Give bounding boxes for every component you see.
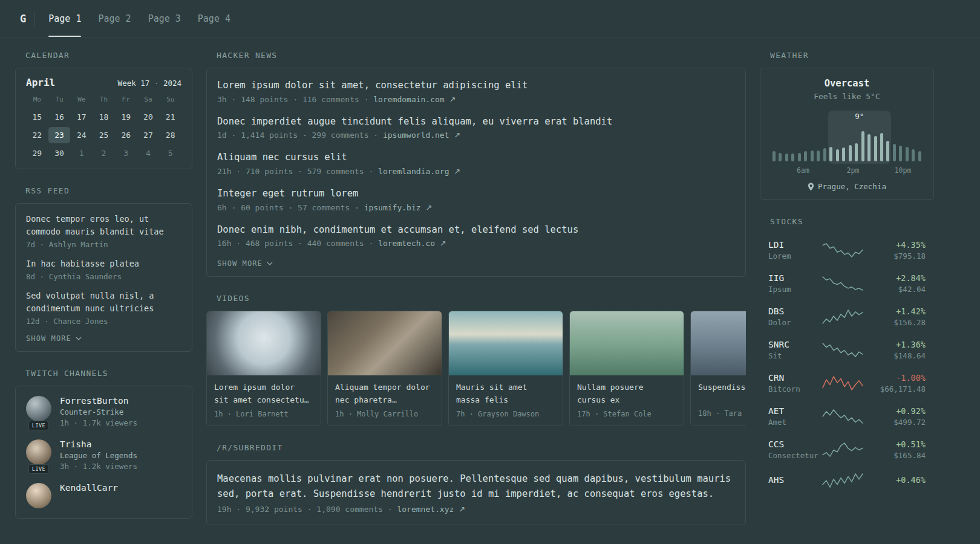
stock-change: +0.92%	[870, 406, 926, 416]
hn-item-title[interactable]: Donec imperdiet augue tincidunt felis al…	[217, 115, 735, 129]
video-card[interactable]: Nullam posuere cursus ex 17h · Stefan Co…	[569, 311, 684, 426]
hn-item-domain[interactable]: loremtech.co	[378, 239, 435, 248]
stock-row[interactable]: SNRC Sit +1.36% $148.64	[768, 334, 926, 367]
video-title[interactable]: Nullam posuere cursus ex	[577, 381, 676, 406]
logo-divider	[34, 11, 35, 27]
twitch-channel-row[interactable]: LIVE ForrestBurton Counter-Strike 1h · 1…	[26, 396, 181, 427]
show-more-label: SHOW MORE	[26, 334, 71, 343]
weather-bar	[829, 147, 832, 161]
rss-item-title[interactable]: Donec tempor eros leo, ut commodo mauris…	[26, 213, 181, 238]
hn-item-title[interactable]: Aliquam nec cursus elit	[217, 151, 735, 164]
app-logo[interactable]: G	[15, 13, 34, 25]
hn-item-meta: 16h · 468 points · 440 comments · loremt…	[217, 239, 735, 248]
twitch-avatar-wrap: LIVE	[26, 439, 51, 471]
external-link-icon: ↗	[454, 131, 460, 140]
twitch-channel-name[interactable]: ForrestBurton	[60, 396, 137, 406]
live-badge: LIVE	[28, 464, 49, 474]
separator-dot: ·	[154, 79, 159, 88]
twitch-channel-name[interactable]: KendallCarr	[60, 483, 118, 493]
hn-item-domain[interactable]: loremlandia.org	[378, 167, 449, 176]
twitch-channel-row[interactable]: KendallCarr	[26, 483, 181, 508]
stock-change: +4.35%	[870, 240, 926, 250]
video-card[interactable]: Aliquam tempor dolor nec pharetra… 1h · …	[327, 311, 442, 426]
stock-values: +4.35% $795.18	[870, 240, 926, 261]
weather-widget: WEATHER Overcast Feels like 5°C 9° 6am 2…	[760, 51, 934, 200]
stock-row[interactable]: CRN Bitcorn -1.00% $66,171.48	[768, 367, 926, 400]
weather-bar	[798, 153, 801, 161]
stock-row[interactable]: LDI Lorem +4.35% $795.18	[768, 234, 926, 267]
video-thumbnail	[570, 311, 684, 375]
weather-bar	[906, 147, 909, 161]
stock-price: $165.84	[870, 451, 926, 460]
weather-bar	[804, 151, 807, 161]
calendar-day: 22	[26, 127, 48, 143]
stock-ticker: CRN	[768, 373, 815, 383]
rss-item: In hac habitasse platea 8d · Cynthia Sau…	[26, 257, 181, 281]
weather-time-label: 10pm	[895, 166, 912, 175]
tab-page-2[interactable]: Page 2	[98, 0, 131, 37]
calendar-dow: Sa	[137, 96, 160, 107]
hn-item-domain[interactable]: ipsumify.biz	[364, 203, 421, 212]
video-card[interactable]: Lorem ipsum dolor sit amet consectetu… 1…	[206, 311, 321, 426]
rss-item-title[interactable]: In hac habitasse platea	[26, 257, 181, 270]
stock-row[interactable]: AHS +0.46%	[768, 467, 926, 495]
twitch-channel-name[interactable]: Trisha	[60, 439, 137, 449]
stock-row[interactable]: DBS Dolor +1.42% $156.28	[768, 300, 926, 334]
tab-page-3[interactable]: Page 3	[148, 0, 181, 37]
stock-row[interactable]: AET Amet +0.92% $499.72	[768, 400, 926, 433]
hn-item: Donec enim nibh, condimentum et accumsan…	[217, 224, 735, 248]
calendar-widget: CALENDAR April Week 17 · 2024 Mo Tu We T…	[15, 51, 192, 169]
subreddit-post-title[interactable]: Maecenas mollis pulvinar erat non posuer…	[217, 471, 735, 502]
twitch-channel-game: League of Legends	[60, 451, 137, 460]
stock-price: $156.28	[870, 318, 926, 327]
dashboard-main: CALENDAR April Week 17 · 2024 Mo Tu We T…	[0, 37, 980, 542]
stock-name: Amet	[768, 418, 815, 427]
widget-title-twitch: TWITCH CHANNELS	[15, 369, 192, 378]
stock-info: IIG Ipsum	[768, 273, 815, 294]
stock-sparkline	[822, 442, 864, 458]
hn-item-domain[interactable]: loremdomain.com	[373, 95, 444, 104]
video-body: Aliquam tempor dolor nec pharetra… 1h · …	[328, 375, 442, 425]
calendar-day: 27	[137, 127, 160, 143]
weather-bar	[855, 143, 858, 161]
hn-meta-text: 3h · 148 points · 116 comments ·	[217, 95, 373, 104]
stock-row[interactable]: IIG Ipsum +2.84% $42.04	[768, 267, 926, 300]
calendar-dow: Su	[159, 96, 181, 107]
hn-item-title[interactable]: Lorem ipsum dolor sit amet, consectetur …	[217, 79, 735, 92]
rss-show-more-button[interactable]: SHOW MORE	[26, 334, 82, 343]
video-title[interactable]: Aliquam tempor dolor nec pharetra…	[335, 381, 434, 406]
video-title[interactable]: Mauris sit amet massa felis	[456, 381, 555, 406]
stock-values: +0.46%	[870, 475, 926, 487]
calendar-day: 20	[137, 109, 160, 125]
hn-item-domain[interactable]: ipsumworld.net	[383, 131, 449, 140]
video-title[interactable]: Suspendisse diam	[698, 381, 746, 406]
hn-item-meta: 6h · 60 points · 57 comments · ipsumify.…	[217, 203, 735, 212]
weather-bar	[842, 147, 845, 161]
stock-values: +1.42% $156.28	[870, 306, 926, 327]
stock-name: Bitcorn	[768, 384, 815, 393]
twitch-channel-info: Trisha League of Legends 3h · 1.2k viewe…	[60, 439, 137, 471]
tab-page-1[interactable]: Page 1	[48, 0, 81, 37]
subreddit-card: Maecenas mollis pulvinar erat non posuer…	[206, 460, 746, 526]
weather-bars	[773, 111, 921, 161]
rss-item-title[interactable]: Sed volutpat nulla nisl, a condimentum n…	[26, 290, 181, 315]
hn-item-title[interactable]: Donec enim nibh, condimentum et accumsan…	[217, 224, 735, 237]
hn-item-title[interactable]: Integer eget rutrum lorem	[217, 187, 735, 201]
twitch-channel-row[interactable]: LIVE Trisha League of Legends 3h · 1.2k …	[26, 439, 181, 471]
hn-meta-text: 16h · 468 points · 440 comments ·	[217, 239, 378, 248]
video-title[interactable]: Lorem ipsum dolor sit amet consectetu…	[214, 381, 313, 406]
weather-bar	[918, 151, 921, 161]
video-card[interactable]: Mauris sit amet massa felis 7h · Grayson…	[448, 311, 563, 426]
stock-sparkline	[822, 242, 864, 258]
chevron-down-icon	[267, 262, 273, 265]
subreddit-post-domain[interactable]: loremnet.xyz	[397, 505, 454, 514]
hn-show-more-button[interactable]: SHOW MORE	[217, 259, 273, 268]
tab-page-4[interactable]: Page 4	[198, 0, 230, 37]
twitch-channel-info: ForrestBurton Counter-Strike 1h · 1.7k v…	[60, 396, 137, 427]
hacker-news-widget: HACKER NEWS Lorem ipsum dolor sit amet, …	[206, 51, 746, 277]
video-card[interactable]: Suspendisse diam 18h · Tara	[690, 311, 746, 426]
twitch-avatar-wrap: LIVE	[26, 396, 51, 427]
stock-row[interactable]: CCS Consectetur +0.51% $165.84	[768, 433, 926, 467]
calendar-day: 25	[93, 127, 115, 143]
weather-card: Overcast Feels like 5°C 9° 6am 2pm 10pm …	[760, 68, 934, 200]
